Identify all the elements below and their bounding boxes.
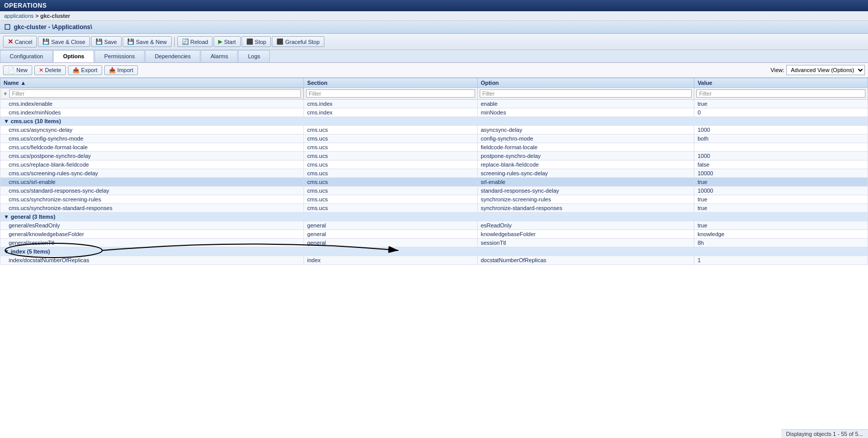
save-label: Save: [104, 39, 117, 45]
filter-value-input[interactable]: [696, 89, 865, 98]
stop-button[interactable]: ⬛ Stop: [242, 36, 271, 47]
stop-label: Stop: [255, 39, 267, 45]
table-row[interactable]: cms.ucs/screening-rules-sync-delaycms.uc…: [1, 169, 868, 178]
table-row[interactable]: cms.index/enablecms.indexenabletrue: [1, 100, 868, 108]
export-icon: 📤: [73, 67, 80, 74]
table-row[interactable]: cms.ucs/asyncsync-delaycms.ucsasyncsync-…: [1, 126, 868, 134]
row-option: replace-blank-fieldcode: [477, 160, 694, 169]
row-name: general/knowledgebaseFolder: [1, 230, 304, 239]
filter-option-input[interactable]: [480, 89, 692, 98]
row-name: cms.ucs/postpone-synchro-delay: [1, 152, 304, 160]
row-section: cms.ucs: [304, 126, 478, 134]
top-bar-title: OPERATIONS: [4, 2, 46, 9]
tabs: Configuration Options Permissions Depend…: [0, 50, 868, 63]
top-bar: OPERATIONS: [0, 0, 868, 11]
col-header-option[interactable]: Option: [477, 78, 694, 88]
table-row[interactable]: cms.ucs/standard-responses-sync-delaycms…: [1, 187, 868, 195]
graceful-stop-button[interactable]: ⬛ Graceful Stop: [272, 36, 324, 47]
row-name: general/sessionTtl: [1, 239, 304, 247]
save-close-icon: 💾: [42, 38, 50, 45]
options-table: Name ▲ Section Option Value ▼: [0, 78, 868, 265]
table-row[interactable]: cms.ucs/replace-blank-fieldcodecms.ucsre…: [1, 160, 868, 169]
tab-dependencies[interactable]: Dependencies: [145, 50, 200, 62]
col-header-name[interactable]: Name ▲: [1, 78, 304, 88]
section-row: ▼ index (5 Items): [1, 247, 868, 256]
col-header-value[interactable]: Value: [694, 78, 868, 88]
tab-permissions[interactable]: Permissions: [95, 50, 145, 62]
save-new-button[interactable]: 💾 Save & New: [123, 36, 172, 47]
filter-icon: ▼: [3, 91, 8, 97]
save-button[interactable]: 💾 Save: [91, 36, 122, 47]
save-icon: 💾: [96, 38, 103, 45]
table-row[interactable]: general/knowledgebaseFoldergeneralknowle…: [1, 230, 868, 239]
table-row[interactable]: cms.ucs/postpone-synchro-delaycms.ucspos…: [1, 152, 868, 160]
window-icon: ☐: [4, 23, 11, 31]
stop-icon: ⬛: [246, 38, 253, 45]
view-selector: View: Advanced View (Options): [770, 65, 865, 75]
row-name: cms.index/enable: [1, 100, 304, 108]
collapse-icon[interactable]: ▼: [4, 118, 9, 124]
section-label: ▼ general (3 Items): [1, 213, 868, 221]
row-option: srl-enable: [477, 178, 694, 187]
row-section: cms.ucs: [304, 195, 478, 204]
row-name: cms.ucs/srl-enable: [1, 178, 304, 187]
delete-icon: ✕: [39, 67, 43, 74]
row-value: both: [694, 134, 868, 143]
reload-button[interactable]: 🔄 Reload: [177, 36, 213, 47]
filter-value-cell: [694, 88, 868, 100]
view-dropdown[interactable]: Advanced View (Options): [786, 65, 865, 75]
table-row[interactable]: cms.ucs/fieldcode-format-localecms.ucsfi…: [1, 143, 868, 152]
row-section: general: [304, 239, 478, 247]
tab-configuration[interactable]: Configuration: [0, 50, 53, 62]
cancel-button[interactable]: ✕ Cancel: [3, 36, 37, 48]
graceful-stop-icon: ⬛: [276, 38, 284, 45]
delete-button[interactable]: ✕ Delete: [34, 65, 66, 75]
cancel-icon: ✕: [8, 38, 13, 45]
table-row[interactable]: general/sessionTtlgeneralsessionTtl8h: [1, 239, 868, 247]
section-row: ▼ general (3 Items): [1, 213, 868, 221]
row-value: true: [694, 204, 868, 213]
save-close-button[interactable]: 💾 Save & Close: [38, 36, 90, 47]
import-label: Import: [118, 67, 133, 73]
filter-section-input[interactable]: [306, 89, 475, 98]
save-new-icon: 💾: [127, 38, 134, 45]
row-section: general: [304, 230, 478, 239]
row-option: docstatNumberOfReplicas: [477, 256, 694, 265]
tab-logs[interactable]: Logs: [238, 50, 270, 62]
filter-name-input[interactable]: [9, 89, 301, 98]
start-button[interactable]: ▶ Start: [214, 36, 240, 47]
row-name: cms.ucs/asyncsync-delay: [1, 126, 304, 134]
table-row[interactable]: general/esReadOnlygeneralesReadOnlytrue: [1, 221, 868, 230]
collapse-icon[interactable]: ▼: [4, 248, 9, 255]
row-value: false: [694, 160, 868, 169]
toolbar-separator-1: [174, 37, 175, 47]
filter-name-cell: ▼: [1, 88, 304, 99]
tab-alarms[interactable]: Alarms: [201, 50, 238, 62]
filter-section-cell: [304, 88, 478, 100]
row-name: cms.ucs/screening-rules-sync-delay: [1, 169, 304, 178]
tab-options[interactable]: Options: [53, 50, 94, 62]
subtoolbar: 📄 New ✕ Delete 📤 Export 📥 Import View: A…: [0, 63, 868, 78]
table-row[interactable]: cms.index/minNodescms.indexminNodes0: [1, 108, 868, 117]
col-header-section[interactable]: Section: [304, 78, 478, 88]
export-button[interactable]: 📤 Export: [68, 65, 102, 75]
filter-row: ▼: [1, 88, 868, 100]
row-option: standard-responses-sync-delay: [477, 187, 694, 195]
section-label: ▼ index (5 Items): [1, 247, 868, 256]
table-body: ▼ cms.index/enablecms.indexenabletruecms…: [1, 88, 868, 265]
table-row[interactable]: cms.ucs/synchronize-screening-rulescms.u…: [1, 195, 868, 204]
row-option: asyncsync-delay: [477, 126, 694, 134]
filter-option-cell: [477, 88, 694, 100]
breadcrumb-parent[interactable]: applications: [4, 13, 34, 19]
table-row[interactable]: cms.ucs/config-synchro-modecms.ucsconfig…: [1, 134, 868, 143]
collapse-icon[interactable]: ▼: [4, 214, 9, 220]
import-button[interactable]: 📥 Import: [104, 65, 138, 75]
table-row[interactable]: cms.ucs/synchronize-standard-responsescm…: [1, 204, 868, 213]
new-button[interactable]: 📄 New: [3, 65, 32, 75]
table-row[interactable]: index/docstatNumberOfReplicasindexdocsta…: [1, 256, 868, 265]
table-row[interactable]: cms.ucs/srl-enablecms.ucssrl-enabletrue: [1, 178, 868, 187]
row-value: true: [694, 221, 868, 230]
delete-label: Delete: [45, 67, 61, 73]
row-section: cms.ucs: [304, 134, 478, 143]
row-section: cms.ucs: [304, 160, 478, 169]
